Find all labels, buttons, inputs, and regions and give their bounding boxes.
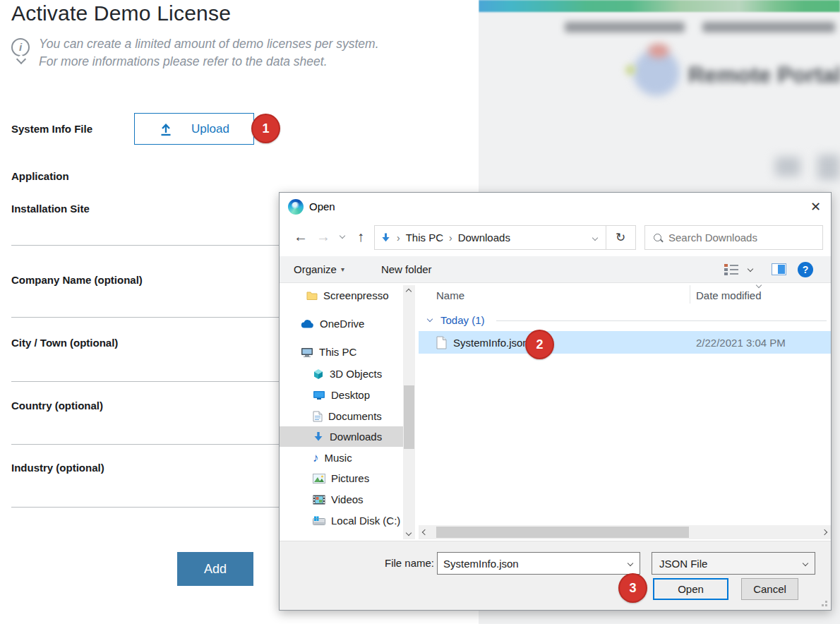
group-collapse-chevron-icon[interactable] bbox=[427, 316, 433, 322]
dialog-title: Open bbox=[309, 200, 335, 212]
address-dropdown-chevron-icon[interactable] bbox=[592, 235, 598, 241]
file-type-value: JSON File bbox=[659, 558, 707, 570]
application-label: Application bbox=[11, 170, 69, 182]
sidebar-scrollbar[interactable] bbox=[403, 285, 415, 539]
column-header-date-modified[interactable]: Date modified bbox=[696, 289, 762, 301]
open-file-dialog: Open ✕ ← → ↑ › This PC › Downloads ↻ Org… bbox=[279, 192, 832, 611]
blurred-menu-icon bbox=[775, 157, 800, 176]
breadcrumb-chevron-icon: › bbox=[397, 232, 400, 244]
file-row-systeminfo-json[interactable]: SystemInfo.json 2/22/2021 3:04 PM bbox=[419, 331, 831, 354]
info-note: You can create a limited amount of demo … bbox=[39, 35, 392, 71]
scroll-left-icon[interactable] bbox=[422, 529, 428, 535]
dropdown-chevron-icon[interactable] bbox=[803, 560, 808, 566]
organize-caret-icon: ▾ bbox=[341, 265, 344, 273]
page-title: Activate Demo License bbox=[11, 0, 231, 27]
file-name-combobox[interactable] bbox=[437, 552, 640, 575]
portal-header-bar bbox=[479, 0, 840, 12]
system-info-file-label: System Info File bbox=[11, 123, 92, 135]
sidebar-item-videos[interactable]: Videos bbox=[280, 489, 403, 510]
sidebar-item-documents[interactable]: Documents bbox=[280, 406, 403, 426]
sidebar-item-screenpresso[interactable]: Screenpresso bbox=[280, 285, 403, 306]
step-2-badge: 2 bbox=[525, 330, 554, 359]
downloads-folder-icon bbox=[380, 232, 391, 244]
open-button[interactable]: Open bbox=[653, 578, 728, 600]
country-label: Country (optional) bbox=[11, 400, 103, 412]
scrollbar-thumb[interactable] bbox=[404, 385, 414, 449]
videos-icon bbox=[313, 495, 325, 505]
dialog-toolbar: Organize ▾ New folder ? bbox=[280, 256, 831, 283]
info-icon: i bbox=[11, 38, 30, 56]
json-file-icon bbox=[436, 336, 447, 349]
column-header-name[interactable]: Name bbox=[436, 289, 464, 301]
address-bar[interactable]: › This PC › Downloads bbox=[374, 225, 606, 250]
file-name: SystemInfo.json bbox=[453, 337, 529, 349]
pictures-icon bbox=[313, 474, 325, 484]
upload-icon bbox=[159, 122, 173, 136]
scroll-right-icon[interactable] bbox=[822, 529, 827, 535]
horizontal-scrollbar[interactable] bbox=[419, 525, 831, 539]
new-folder-button[interactable]: New folder bbox=[381, 263, 432, 275]
cancel-button[interactable]: Cancel bbox=[741, 578, 798, 600]
organize-menu[interactable]: Organize bbox=[294, 263, 337, 275]
sidebar-item-this-pc[interactable]: This PC bbox=[280, 342, 403, 362]
recent-locations-chevron-icon[interactable] bbox=[340, 233, 345, 239]
3d-objects-icon bbox=[313, 368, 324, 380]
onedrive-icon bbox=[301, 319, 314, 328]
breadcrumb-downloads[interactable]: Downloads bbox=[458, 232, 510, 244]
refresh-button[interactable]: ↻ bbox=[606, 225, 636, 250]
file-type-dropdown[interactable]: JSON File bbox=[652, 552, 815, 575]
scrollbar-thumb[interactable] bbox=[436, 527, 689, 538]
sidebar-item-downloads[interactable]: Downloads bbox=[280, 426, 403, 447]
column-divider[interactable] bbox=[690, 285, 690, 304]
sidebar-item-local-disk-c[interactable]: Local Disk (C:) bbox=[280, 510, 403, 531]
preview-pane-icon[interactable] bbox=[772, 263, 786, 275]
file-name-label: File name: bbox=[385, 557, 434, 569]
sidebar-item-3d-objects[interactable]: 3D Objects bbox=[280, 364, 403, 384]
view-dropdown-chevron-icon[interactable] bbox=[748, 266, 753, 272]
combobox-chevron-icon[interactable] bbox=[628, 560, 633, 566]
sidebar-item-pictures[interactable]: Pictures bbox=[280, 468, 403, 488]
company-name-label: Company Name (optional) bbox=[11, 274, 143, 286]
back-icon[interactable]: ← bbox=[294, 228, 308, 245]
portal-logo-accent bbox=[648, 44, 669, 58]
upload-button-label: Upload bbox=[191, 122, 229, 136]
file-date-modified: 2/22/2021 3:04 PM bbox=[696, 337, 786, 349]
forward-icon[interactable]: → bbox=[316, 228, 330, 245]
help-icon[interactable]: ? bbox=[798, 262, 813, 277]
sidebar-item-music[interactable]: ♪ Music bbox=[280, 448, 403, 468]
add-button[interactable]: Add bbox=[177, 552, 253, 586]
blurred-search-icon bbox=[817, 155, 840, 180]
edge-browser-icon bbox=[288, 199, 304, 215]
resize-grip[interactable] bbox=[819, 598, 827, 606]
portal-title: Remote Portal bbox=[688, 62, 840, 88]
file-name-input[interactable] bbox=[443, 558, 621, 570]
step-1-badge: 1 bbox=[251, 114, 280, 143]
computer-icon bbox=[301, 347, 313, 357]
industry-label: Industry (optional) bbox=[11, 462, 104, 474]
disk-icon bbox=[313, 516, 325, 525]
installation-site-label: Installation Site bbox=[11, 203, 90, 215]
sidebar-item-onedrive[interactable]: OneDrive bbox=[280, 313, 403, 334]
scroll-down-icon[interactable] bbox=[406, 530, 412, 536]
blurred-nav-link bbox=[565, 22, 685, 32]
folder-icon bbox=[306, 291, 318, 300]
sort-direction-chevron-icon[interactable] bbox=[756, 282, 762, 288]
group-header-today[interactable]: Today (1) bbox=[440, 314, 485, 326]
details-view-icon[interactable] bbox=[724, 263, 739, 276]
up-icon[interactable]: ↑ bbox=[357, 228, 364, 245]
documents-icon bbox=[313, 411, 323, 422]
breadcrumb-this-pc[interactable]: This PC bbox=[406, 232, 443, 244]
sidebar-item-desktop[interactable]: Desktop bbox=[280, 385, 403, 405]
scroll-up-icon[interactable] bbox=[406, 289, 412, 294]
blurred-nav-link bbox=[702, 22, 835, 32]
search-icon bbox=[654, 234, 662, 242]
close-icon[interactable]: ✕ bbox=[810, 198, 821, 215]
search-box[interactable] bbox=[644, 225, 823, 250]
city-town-label: City / Town (optional) bbox=[11, 337, 118, 349]
upload-button[interactable]: Upload bbox=[134, 113, 254, 145]
desktop-icon bbox=[313, 390, 325, 400]
search-input[interactable] bbox=[668, 232, 803, 244]
breadcrumb-chevron-icon: › bbox=[449, 232, 452, 244]
step-3-badge: 3 bbox=[618, 573, 647, 603]
downloads-icon bbox=[313, 431, 324, 443]
